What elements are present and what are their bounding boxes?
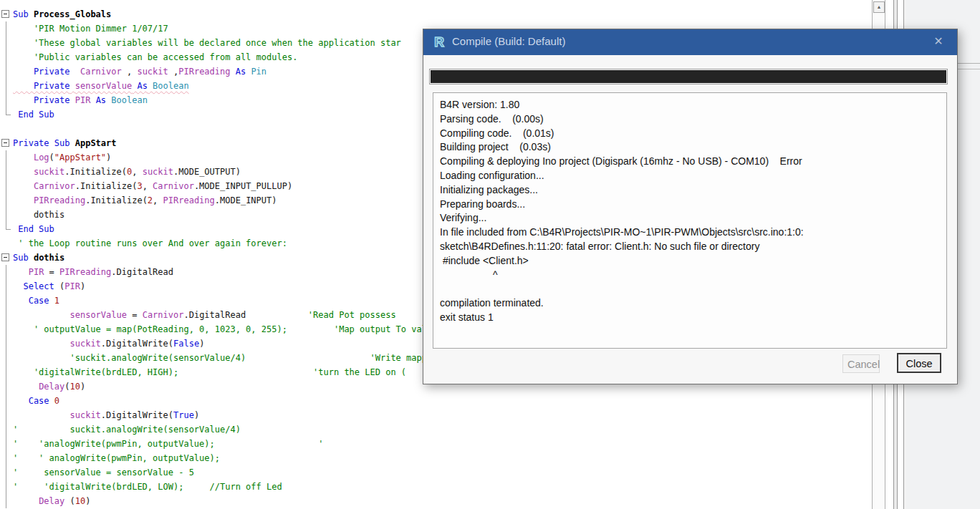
code-token: 0 <box>54 396 59 406</box>
fold-margin <box>0 465 13 480</box>
code-text: Sub Process_Globals <box>13 7 111 21</box>
collapse-minus-icon[interactable] <box>1 139 9 147</box>
code-token: Private Sub <box>13 138 75 148</box>
progress-bar-fill <box>431 70 946 83</box>
code-token <box>13 195 34 205</box>
fold-margin <box>0 437 13 451</box>
code-line[interactable]: Case 0 <box>0 394 872 408</box>
compile-log-output[interactable]: B4R version: 1.80Parsing code. (0.00s)Co… <box>433 92 947 349</box>
code-token <box>13 167 34 177</box>
code-token: .MODE_INPUT) <box>215 195 277 205</box>
code-token <box>69 95 75 105</box>
code-text: suckit.DigitalWrite(False) <box>13 336 204 351</box>
code-fold-icon[interactable] <box>0 251 13 265</box>
code-token: , <box>122 67 138 77</box>
log-line: Building project (0.03s) <box>440 140 940 155</box>
code-line[interactable]: ' 'digitalWrite(brdLED, LOW); //Turn off… <box>0 480 872 494</box>
code-fold-icon[interactable] <box>0 136 13 150</box>
fold-margin <box>0 308 13 322</box>
code-line[interactable]: Delay (10) <box>0 494 872 508</box>
code-text: suckit.DigitalWrite(True) <box>13 408 199 422</box>
code-token: Private <box>13 67 69 77</box>
code-token: Select <box>13 281 54 291</box>
fold-margin <box>0 165 13 179</box>
code-token: 10 <box>75 496 85 506</box>
code-token: Boolean <box>148 81 189 91</box>
code-token <box>13 496 39 506</box>
code-token <box>13 382 39 392</box>
code-token: AppStart <box>75 138 117 148</box>
code-token: ) <box>199 339 204 349</box>
code-token <box>69 81 75 91</box>
code-token: ' outputValue = map(PotReading, 0, 1023,… <box>13 324 432 334</box>
code-token: , <box>168 67 178 77</box>
fold-margin <box>0 208 13 222</box>
close-button[interactable]: Close <box>897 353 941 373</box>
code-token: Private <box>13 95 69 105</box>
code-token: sensorValue <box>75 81 132 91</box>
code-token: .DigitalRead <box>111 267 173 277</box>
code-line[interactable]: suckit.DigitalWrite(True) <box>0 408 872 422</box>
compile-dialog: R Compile (Build: Default) ✕ B4R version… <box>423 29 958 384</box>
collapse-minus-icon[interactable] <box>1 10 9 18</box>
code-token: ' the Loop routine runs over And over ag… <box>13 238 287 248</box>
code-token: , <box>153 195 163 205</box>
code-token: ' 'digitalWrite(brdLED, LOW); //Turn off… <box>13 482 282 492</box>
scroll-up-icon[interactable]: ▲ <box>873 1 885 13</box>
dialog-title: Compile (Build: Default) <box>452 35 565 47</box>
code-text: 'PIR Motion Dimmer 1/07/17 <box>13 21 168 36</box>
fold-margin <box>0 64 13 79</box>
fold-margin <box>0 150 13 165</box>
fold-margin <box>0 36 13 50</box>
code-token <box>69 67 80 77</box>
close-icon[interactable]: ✕ <box>931 34 946 49</box>
code-line[interactable]: ' ' analogWrite(pwmPin, outputValue); <box>0 451 872 465</box>
code-token: Case <box>13 296 54 306</box>
code-token: Boolean <box>106 95 148 105</box>
code-token: .DigitalWrite( <box>101 339 173 349</box>
code-token: ( <box>49 152 54 163</box>
code-token: 1 <box>54 296 59 306</box>
code-text: Sub dothis <box>13 251 64 265</box>
code-token: True <box>173 410 194 420</box>
code-text: suckit.Initialize(0, suckit.MODE_OUTPUT) <box>13 165 241 179</box>
code-token: Pin <box>246 67 266 77</box>
code-token: Carnivor <box>153 181 194 191</box>
code-token: suckit <box>69 410 100 420</box>
log-line: exit status 1 <box>440 311 940 325</box>
fold-margin <box>0 294 13 308</box>
code-line[interactable]: ' 'analogWrite(pwmPin, outputValue); ' <box>0 437 872 451</box>
code-text: Private sensorValue As Boolean <box>13 79 189 93</box>
code-text: Case 0 <box>13 394 59 408</box>
code-token: PIR <box>64 281 80 291</box>
code-text: Carnivor.Initialize(3, Carnivor.MODE_INP… <box>13 179 292 193</box>
log-line: Preparing boards... <box>440 198 940 212</box>
fold-margin <box>0 408 13 422</box>
fold-margin <box>0 336 13 351</box>
cancel-button[interactable]: Cancel <box>842 354 880 373</box>
code-token: 'Read Pot possess <box>308 310 396 320</box>
fold-margin <box>0 379 13 394</box>
log-line: Compiling & deploying Ino project (Digis… <box>440 155 940 169</box>
collapse-minus-icon[interactable] <box>1 253 9 261</box>
code-token: Log <box>34 152 49 163</box>
code-token: ' sensorValue = sensorValue - 5 <box>13 467 194 478</box>
code-fold-icon[interactable] <box>0 7 13 21</box>
log-line: Parsing code. (0.00s) <box>440 112 940 127</box>
code-text: ' outputValue = map(PotReading, 0, 1023,… <box>13 322 432 336</box>
code-token: ) <box>194 410 199 420</box>
code-token: Delay <box>39 496 64 506</box>
code-token: dothis <box>13 210 64 220</box>
log-line: B4R version: 1.80 <box>440 98 940 112</box>
code-line[interactable]: ' sensorValue = sensorValue - 5 <box>0 465 872 480</box>
fold-margin <box>0 351 13 365</box>
code-text: ' ' analogWrite(pwmPin, outputValue); <box>13 451 220 465</box>
code-line[interactable]: ' suckit.analogWrite(sensorValue/4) <box>0 422 872 437</box>
code-line[interactable]: Sub Process_Globals <box>0 7 872 21</box>
code-token: "AppStart" <box>54 152 106 163</box>
code-token: Case <box>13 396 54 406</box>
code-text: PIR = PIRreading.DigitalRead <box>13 265 173 279</box>
dialog-title-bar[interactable]: R Compile (Build: Default) ✕ <box>423 29 957 55</box>
log-line: ^ <box>440 268 940 283</box>
fold-margin <box>0 279 13 294</box>
